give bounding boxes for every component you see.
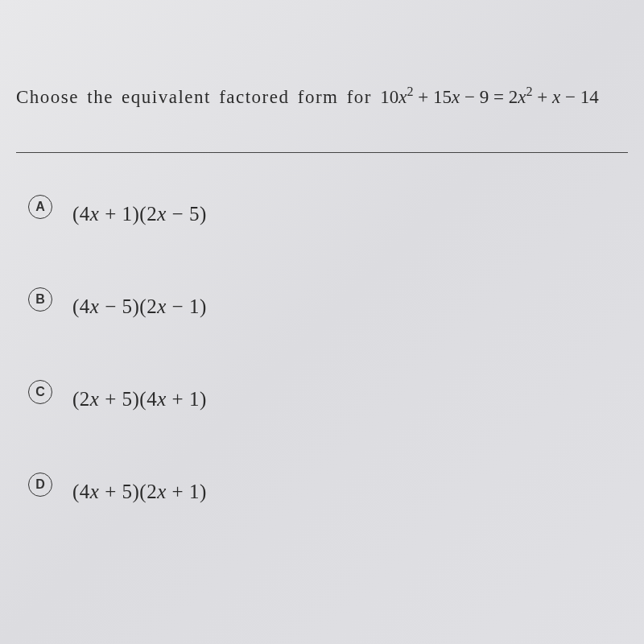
option-a[interactable]: A (4x + 1)(2x − 5) xyxy=(28,193,628,225)
option-letter-circle: C xyxy=(28,380,52,404)
options-container: A (4x + 1)(2x − 5) B (4x − 5)(2x − 1) C … xyxy=(16,193,628,503)
divider-line xyxy=(16,152,628,153)
option-letter-circle: D xyxy=(28,473,52,497)
option-c[interactable]: C (2x + 5)(4x + 1) xyxy=(28,378,628,411)
option-b[interactable]: B (4x − 5)(2x − 1) xyxy=(28,286,628,318)
option-text: (4x + 1)(2x − 5) xyxy=(72,193,207,225)
prompt-text: Choose the equivalent factored form for xyxy=(16,87,372,107)
option-letter-circle: B xyxy=(28,287,52,312)
option-text: (4x − 5)(2x − 1) xyxy=(72,286,207,318)
option-letter-circle: A xyxy=(28,195,52,219)
option-text: (4x + 5)(2x + 1) xyxy=(72,471,207,503)
option-text: (2x + 5)(4x + 1) xyxy=(72,378,207,411)
question-page: Choose the equivalent factored form for … xyxy=(0,0,644,588)
question-equation: 10x2 + 15x − 9 = 2x2 + x − 14 xyxy=(380,87,598,107)
question-prompt: Choose the equivalent factored form for … xyxy=(16,85,628,108)
option-d[interactable]: D (4x + 5)(2x + 1) xyxy=(28,471,628,503)
